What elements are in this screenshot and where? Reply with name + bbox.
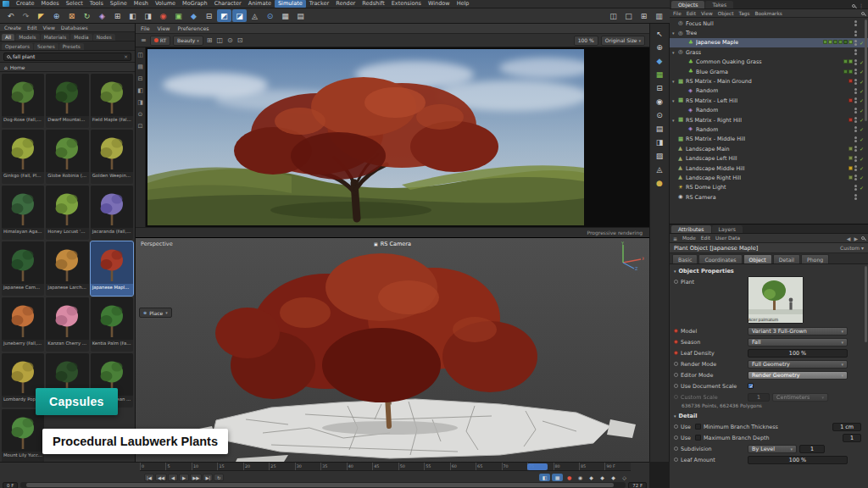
enable-toggle[interactable]: ✓	[859, 185, 865, 191]
scrollbar[interactable]	[865, 266, 867, 342]
objects-menu-item[interactable]: Object	[718, 11, 734, 16]
objects-menu-item[interactable]: File	[673, 11, 682, 16]
last-tool-icon[interactable]: ◈	[95, 9, 109, 22]
material-tag[interactable]	[828, 40, 832, 44]
object-row[interactable]: Focus Null	[670, 19, 868, 28]
visibility-toggles[interactable]	[854, 49, 857, 55]
region-render-icon[interactable]: ⊡	[236, 36, 244, 44]
plant-card[interactable]: Jacaranda (Fall, Plant)	[91, 186, 133, 240]
section-detail[interactable]: ▾ Detail	[671, 410, 866, 421]
goto-end-button[interactable]: ▶|	[203, 474, 213, 481]
object-row[interactable]: Random ✓	[670, 86, 868, 96]
move-tool-icon[interactable]: ⊕	[49, 9, 64, 22]
asset-subtab[interactable]: Presets	[59, 43, 84, 50]
keyframe-dot[interactable]	[674, 373, 678, 377]
leaf-amount-field[interactable]: 100 %	[748, 456, 848, 464]
plant-card[interactable]: Japanese Maple (Fall, Plant)	[91, 241, 133, 296]
menu-item[interactable]: Character	[211, 0, 245, 8]
menu-item[interactable]: Tools	[86, 0, 107, 8]
filter-icon[interactable]	[861, 12, 865, 15]
enable-toggle[interactable]: ✓	[859, 136, 865, 142]
renderview-menu-item[interactable]: File	[141, 25, 150, 31]
asset-tab[interactable]: Models	[15, 34, 39, 41]
menu-item[interactable]: Animate	[245, 0, 275, 8]
attribute-mode-item[interactable]: Edit	[701, 236, 710, 241]
generators-icon[interactable]: ▣	[171, 9, 186, 22]
menu-item[interactable]: Spline	[107, 0, 131, 8]
attribute-tab[interactable]: Object	[743, 254, 772, 263]
compare-wipe-icon[interactable]: ◨	[137, 99, 143, 106]
visibility-toggles[interactable]	[854, 40, 857, 46]
use-max-branch-checkbox[interactable]	[695, 435, 701, 441]
material-tag[interactable]	[849, 147, 853, 151]
material-tag[interactable]	[849, 59, 853, 64]
select-icon[interactable]: ↖	[656, 30, 663, 38]
objects-menu-item[interactable]: Bookmarks	[754, 11, 782, 16]
menu-item[interactable]: Window	[425, 0, 453, 8]
render-to-picture-icon[interactable]: ◨	[141, 9, 155, 22]
camera-label[interactable]: ▣ RS Camera	[374, 241, 411, 247]
object-row[interactable]: ▾ RS Matrix - Main Ground ✓	[670, 76, 868, 86]
next-frame-button[interactable]: ▶▶	[190, 474, 202, 481]
material-tag[interactable]	[849, 156, 853, 160]
enable-toggle[interactable]: ✓	[859, 97, 865, 103]
visibility-toggles[interactable]	[854, 194, 857, 200]
enable-toggle[interactable]: ✓	[859, 88, 865, 94]
visibility-toggles[interactable]	[854, 146, 857, 152]
visibility-toggles[interactable]	[854, 185, 857, 191]
object-row[interactable]: Landscape Left Hill ✓	[670, 153, 868, 163]
season-dropdown[interactable]: Fall▾	[748, 338, 848, 347]
visibility-toggles[interactable]	[854, 88, 857, 94]
objects-panel-tab[interactable]: Objects	[671, 1, 704, 8]
field-icon[interactable]: ◬	[248, 9, 262, 22]
render-icon[interactable]: ◨	[656, 138, 664, 147]
menu-item[interactable]: Mesh	[131, 0, 152, 8]
lock-camera-icon[interactable]: ⊙	[226, 36, 234, 44]
object-row[interactable]: ▾ Grass	[670, 47, 868, 57]
object-row[interactable]: ▾ RS Matrix - Right Hill ✓	[670, 115, 868, 125]
record-keyframe-button[interactable]: ●	[565, 474, 574, 481]
material-tag[interactable]	[838, 40, 843, 44]
material-tag[interactable]	[849, 69, 853, 74]
asset-tab[interactable]: All	[2, 34, 14, 41]
visibility-toggles[interactable]	[854, 59, 857, 65]
sphere-icon[interactable]: ◉	[656, 97, 663, 106]
coordinate-system-icon[interactable]: ⊞	[110, 9, 125, 22]
render-view-icon[interactable]: ◧	[125, 9, 140, 22]
place-tool-chip[interactable]: ⊕ Place ▾	[139, 308, 172, 318]
expand-arrow-icon[interactable]: ▾	[672, 30, 676, 36]
model-dropdown[interactable]: Variant 3 Full-Grown▾	[748, 327, 848, 336]
region-icon[interactable]: ⊡	[138, 123, 143, 130]
visibility-toggles[interactable]	[854, 79, 857, 85]
pixel-probe-icon[interactable]: ⊙	[138, 111, 143, 118]
preset-dropdown[interactable]: Custom ▾	[840, 245, 864, 251]
expand-arrow-icon[interactable]: ▾	[672, 98, 676, 103]
plant-card[interactable]: Honey Locust 'Sunburst' (Fall, Plant)	[46, 186, 88, 240]
enable-toggle[interactable]: ✓	[859, 40, 865, 46]
snapshot-icon[interactable]: ◫	[137, 52, 143, 58]
field-icon[interactable]: ◬	[657, 165, 663, 174]
range-start-field[interactable]: 0 F	[3, 482, 18, 488]
scale-tool-icon[interactable]: ⊠	[64, 9, 79, 22]
goto-start-button[interactable]: |◀	[144, 474, 154, 481]
enable-toggle[interactable]: ✓	[859, 108, 865, 114]
playhead[interactable]	[527, 463, 548, 470]
simulation-particles-icon[interactable]: ◪	[232, 9, 247, 22]
scrollbar[interactable]	[865, 19, 867, 121]
plant-card[interactable]: Field Maple (Fall, Plant)	[91, 74, 133, 128]
visibility-toggles[interactable]	[854, 156, 857, 162]
menu-item[interactable]: Extensions	[388, 0, 425, 8]
save-icon[interactable]: ⊟	[138, 75, 143, 82]
material-tag[interactable]	[843, 59, 848, 64]
menu-item[interactable]: Create	[13, 0, 38, 8]
workplane-icon[interactable]: ▤	[293, 9, 308, 22]
pen-icon[interactable]: ◆	[657, 57, 663, 65]
menu-item[interactable]: Modes	[38, 0, 63, 8]
loop-button[interactable]: ↻	[214, 474, 224, 481]
object-row[interactable]: Random ✓	[670, 106, 868, 115]
expand-arrow-icon[interactable]: ▾	[672, 118, 676, 123]
clear-search-icon[interactable]: ×	[124, 53, 128, 59]
object-row[interactable]: RS Matrix - Middle Hill ✓	[670, 135, 868, 144]
menu-item[interactable]: Simulate	[275, 0, 306, 8]
section-object-properties[interactable]: ▾ Object Properties	[671, 265, 866, 276]
